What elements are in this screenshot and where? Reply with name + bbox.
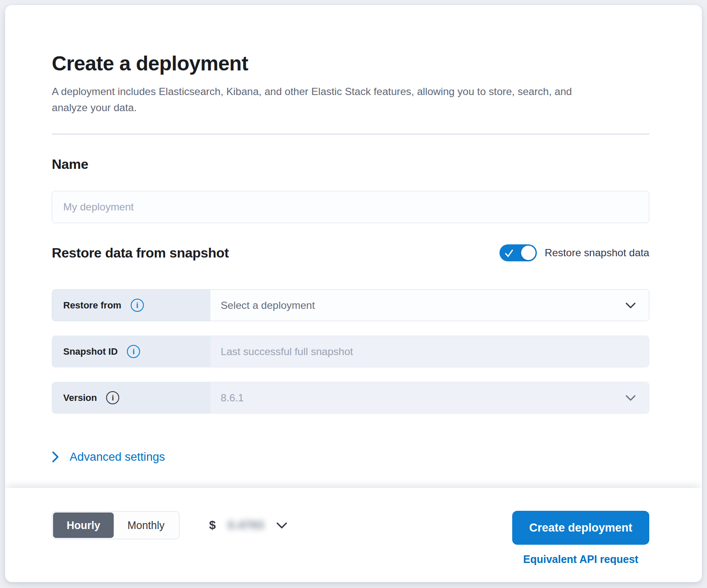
bottom-bar: Hourly Monthly $ 0.4793 Create deploymen… xyxy=(5,488,702,582)
restore-from-placeholder: Select a deployment xyxy=(221,300,315,311)
restore-from-label-cell: Restore from i xyxy=(52,290,210,321)
check-icon xyxy=(504,249,514,258)
main-content: Create a deployment A deployment include… xyxy=(5,5,702,465)
version-value: 8.6.1 xyxy=(221,392,244,404)
restore-snapshot-toggle[interactable] xyxy=(499,244,537,261)
billing-summary: Hourly Monthly $ 0.4793 xyxy=(52,511,288,540)
price-amount-blurred: 0.4793 xyxy=(227,518,264,532)
chevron-down-icon xyxy=(625,395,636,401)
hourly-button[interactable]: Hourly xyxy=(53,512,114,538)
info-icon[interactable]: i xyxy=(106,391,119,404)
version-row: Version i 8.6.1 xyxy=(52,382,649,414)
snapshot-form: Restore from i Select a deployment Snaps… xyxy=(52,289,649,414)
monthly-button[interactable]: Monthly xyxy=(114,512,178,538)
advanced-settings-label: Advanced settings xyxy=(70,450,165,464)
chevron-down-icon[interactable] xyxy=(276,522,288,529)
info-icon[interactable]: i xyxy=(127,345,140,358)
name-section-heading: Name xyxy=(52,157,649,172)
restore-from-label: Restore from xyxy=(63,300,121,311)
footer-actions: Create deployment Equivalent API request xyxy=(512,511,649,582)
snapshot-id-input: Last successful full snapshot xyxy=(210,336,649,367)
version-select: 8.6.1 xyxy=(210,382,649,413)
chevron-down-icon[interactable] xyxy=(625,302,636,309)
advanced-settings-link[interactable]: Advanced settings xyxy=(52,450,165,464)
billing-period-toggle: Hourly Monthly xyxy=(52,511,180,539)
snapshot-id-label-cell: Snapshot ID i xyxy=(52,336,210,367)
create-deployment-button[interactable]: Create deployment xyxy=(512,511,649,545)
create-deployment-panel: Create a deployment A deployment include… xyxy=(5,5,702,582)
chevron-right-icon xyxy=(52,451,59,463)
deployment-name-input[interactable] xyxy=(52,191,649,223)
snapshot-section-heading: Restore data from snapshot xyxy=(52,245,229,261)
toggle-knob xyxy=(521,246,536,260)
price-dropdown[interactable]: $ 0.4793 xyxy=(209,518,288,532)
restore-from-select[interactable]: Select a deployment xyxy=(210,290,649,321)
version-label: Version xyxy=(63,392,97,403)
price-currency: $ xyxy=(209,518,216,532)
divider xyxy=(52,134,649,134)
restore-from-row: Restore from i Select a deployment xyxy=(52,289,649,321)
snapshot-id-placeholder: Last successful full snapshot xyxy=(221,346,353,358)
info-icon[interactable]: i xyxy=(131,299,144,312)
snapshot-section-header: Restore data from snapshot Restore snaps… xyxy=(52,244,649,261)
snapshot-id-label: Snapshot ID xyxy=(63,346,118,357)
restore-snapshot-toggle-row: Restore snapshot data xyxy=(499,244,649,261)
restore-snapshot-toggle-label: Restore snapshot data xyxy=(544,247,649,259)
equivalent-api-request-link[interactable]: Equivalent API request xyxy=(523,553,638,566)
version-label-cell: Version i xyxy=(52,382,210,413)
page-title: Create a deployment xyxy=(52,52,649,75)
page-subtitle: A deployment includes Elasticsearch, Kib… xyxy=(52,84,586,116)
snapshot-id-row: Snapshot ID i Last successful full snaps… xyxy=(52,336,649,367)
